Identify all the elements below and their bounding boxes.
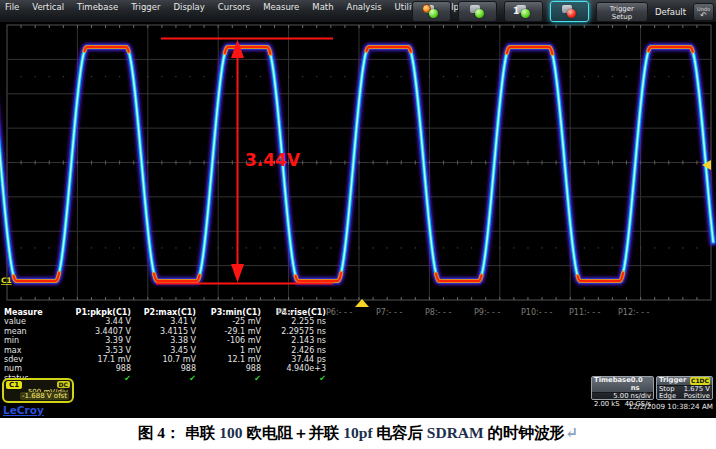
- measure-table-title: Measure: [4, 308, 43, 317]
- measure-value: 3.4407 V: [59, 327, 131, 336]
- measure-value: -106 mV: [189, 336, 261, 345]
- trigger-type: Edge: [659, 393, 676, 401]
- menu-cursors[interactable]: Cursors: [218, 2, 250, 12]
- menu-measure[interactable]: Measure: [263, 2, 299, 12]
- measure-row-label: max: [4, 346, 21, 355]
- trigger-descriptor[interactable]: Trigger C1DC Stop 1.675 V Edge Positive: [656, 376, 713, 400]
- measure-value: 2.29575 ns: [254, 327, 326, 336]
- menu-analysis[interactable]: Analysis: [347, 2, 382, 12]
- oscilloscope-window: 3.44V C1 FileVerticalTimebaseTriggerDisp…: [0, 0, 716, 418]
- menu-display[interactable]: Display: [173, 2, 204, 12]
- measure-value: 2.426 ns: [254, 346, 326, 355]
- menu-timebase[interactable]: Timebase: [77, 2, 118, 12]
- datetime-stamp: 12/2/2009 10:38:24 AM: [628, 402, 713, 411]
- measure-value: 3.45 V: [124, 346, 196, 355]
- undo-icon: ↶: [694, 12, 713, 19]
- c1-position-label[interactable]: C1: [1, 276, 12, 285]
- measure-row-label: value: [4, 317, 26, 326]
- timebase-delay: 0.0 ns: [631, 377, 651, 392]
- measure-value: 3.44 V: [59, 317, 131, 326]
- caption-segment: 的时钟波形: [488, 424, 566, 441]
- measure-value: 988: [59, 364, 131, 373]
- measure-value: 2.255 ns: [254, 317, 326, 326]
- toolbar: 1 Trigger Setup Default Undo ↶: [412, 1, 714, 22]
- measure-value: 37.44 ps: [254, 355, 326, 364]
- caption-segment: 电容后: [376, 424, 426, 441]
- measure-value: -25 mV: [189, 317, 261, 326]
- default-label[interactable]: Default: [655, 7, 686, 17]
- measure-value: 10.7 mV: [124, 355, 196, 364]
- c1-offset: -1.688 V ofst: [20, 392, 69, 400]
- measure-value: 2.143 ns: [254, 336, 326, 345]
- trigger-source-badge: C1DC: [690, 377, 710, 385]
- param-header-empty[interactable]: P6:- - -: [326, 308, 352, 317]
- measure-value: 988: [189, 364, 261, 373]
- param-header-empty[interactable]: P11:- - -: [569, 308, 600, 317]
- menu-file[interactable]: File: [5, 2, 19, 12]
- c1-badge: C1: [6, 381, 22, 389]
- measure-value: 3.38 V: [124, 336, 196, 345]
- dc-coupling-badge: DC: [57, 381, 70, 388]
- caption-segment: ↵: [565, 424, 578, 441]
- measure-value: 12.1 mV: [189, 355, 261, 364]
- caption-segment: 100: [219, 424, 246, 441]
- param-header-empty[interactable]: P5:- - -: [277, 308, 303, 317]
- undo-button[interactable]: Undo ↶: [693, 3, 714, 21]
- param-header-p2[interactable]: P2:max(C1): [124, 308, 196, 317]
- trigger-slope: Positive: [684, 393, 710, 401]
- measure-table: MeasurevaluemeanminmaxsdevnumstatusP1:pk…: [0, 306, 716, 378]
- document-page: 3.44V C1 FileVerticalTimebaseTriggerDisp…: [0, 0, 716, 449]
- param-header-p1[interactable]: P1:pkpk(C1): [59, 308, 131, 317]
- timebase-samples: 2.00 kS: [594, 401, 620, 409]
- status-check-icon: ✔: [124, 374, 196, 383]
- lecroy-logo: LeCroy: [3, 404, 44, 416]
- single-trigger-button[interactable]: 1: [504, 1, 543, 22]
- timebase-descriptor[interactable]: Timebase 0.0 ns 5.00 ns/div 2.00 kS 40 G…: [591, 376, 654, 400]
- measure-value: -29.1 mV: [189, 327, 261, 336]
- menu-bar: FileVerticalTimebaseTriggerDisplayCursor…: [0, 0, 716, 23]
- figure-caption: 图 4： 串联 100 欧电阻＋并联 10pf 电容后 SDRAM 的时钟波形↵: [0, 423, 716, 444]
- measure-value: 3.4115 V: [124, 327, 196, 336]
- measure-value: 1 mV: [189, 346, 261, 355]
- status-check-icon: ✔: [189, 374, 261, 383]
- measure-value: 3.53 V: [59, 346, 131, 355]
- status-check-icon: ✔: [254, 374, 326, 383]
- measure-value: 17.1 mV: [59, 355, 131, 364]
- measure-value: 4.940e+3: [254, 364, 326, 373]
- caption-segment: 10pf: [343, 424, 376, 441]
- param-header-empty[interactable]: P7:- - -: [376, 308, 402, 317]
- auto-trigger-button[interactable]: [412, 1, 451, 22]
- param-header-empty[interactable]: P12:- - -: [618, 308, 649, 317]
- measure-row-label: min: [4, 336, 19, 345]
- param-header-empty[interactable]: P10:- - -: [521, 308, 552, 317]
- menu-trigger[interactable]: Trigger: [131, 2, 160, 12]
- measure-value: 3.39 V: [59, 336, 131, 345]
- caption-segment: 欧电阻＋并联: [246, 424, 343, 441]
- stop-trigger-button[interactable]: [550, 1, 589, 22]
- annotation-label: 3.44V: [245, 150, 301, 170]
- trigger-setup-button[interactable]: Trigger Setup: [596, 2, 648, 22]
- param-header-p3[interactable]: P3:min(C1): [189, 308, 261, 317]
- param-header-empty[interactable]: P9:- - -: [474, 308, 500, 317]
- measure-row-label: mean: [4, 327, 27, 336]
- measure-value: 988: [124, 364, 196, 373]
- normal-trigger-button[interactable]: [458, 1, 497, 22]
- param-header-empty[interactable]: P8:- - -: [425, 308, 451, 317]
- caption-segment: 图 4： 串联: [138, 424, 219, 441]
- measure-row-label: sdev: [4, 355, 23, 364]
- menu-math[interactable]: Math: [312, 2, 333, 12]
- menu-items: FileVerticalTimebaseTriggerDisplayCursor…: [0, 0, 459, 12]
- menu-vertical[interactable]: Vertical: [32, 2, 64, 12]
- caption-segment: SDRAM: [427, 424, 488, 441]
- measure-row-label: num: [4, 364, 22, 373]
- channel-c1-descriptor[interactable]: C1 DC 500 mV/div -1.688 V ofst: [2, 378, 74, 403]
- measure-value: 3.41 V: [124, 317, 196, 326]
